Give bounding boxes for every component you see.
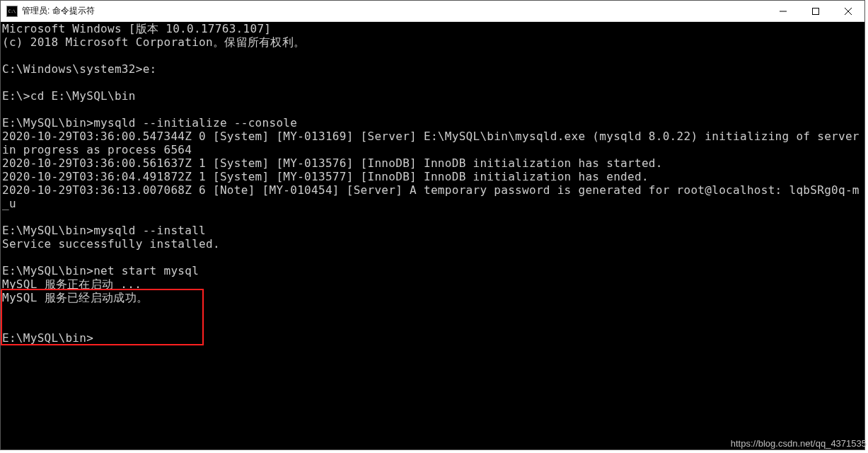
- watermark-text: https://blog.csdn.net/qq_4371535: [731, 438, 867, 449]
- terminal-text: Microsoft Windows [版本 10.0.17763.107] (c…: [2, 22, 867, 345]
- maximize-button[interactable]: [799, 1, 832, 21]
- cmd-icon: [6, 6, 18, 17]
- minimize-button[interactable]: [767, 1, 799, 21]
- titlebar[interactable]: 管理员: 命令提示符: [1, 1, 864, 22]
- close-icon: [845, 8, 852, 15]
- svg-rect-1: [813, 8, 819, 14]
- maximize-icon: [812, 8, 819, 15]
- window-controls: [767, 1, 864, 21]
- minimize-icon: [780, 8, 787, 15]
- window-title: 管理员: 命令提示符: [22, 5, 767, 17]
- terminal-output[interactable]: Microsoft Windows [版本 10.0.17763.107] (c…: [1, 22, 864, 449]
- command-prompt-window: 管理员: 命令提示符 Microsoft Windows [版本 10.0.17…: [0, 0, 865, 450]
- close-button[interactable]: [832, 1, 864, 21]
